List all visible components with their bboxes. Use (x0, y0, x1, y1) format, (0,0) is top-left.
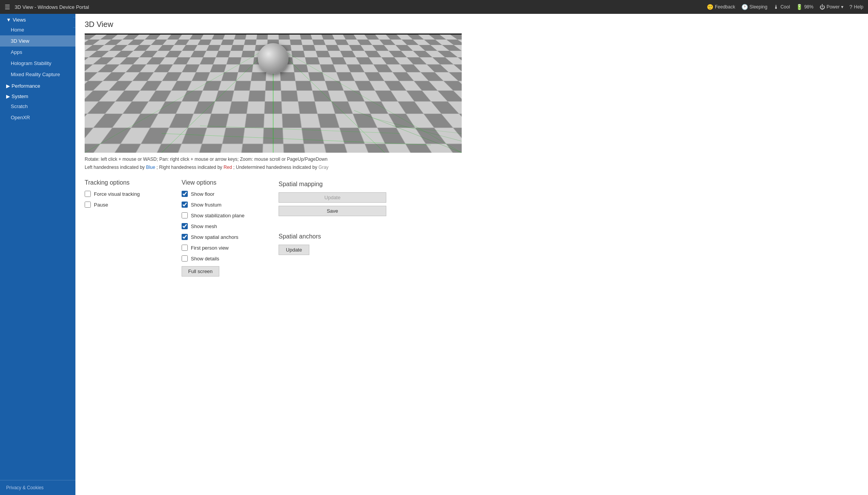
show-mesh-checkbox[interactable] (182, 223, 188, 229)
handedness-mid2: ; Undetermined handedness indicated by (233, 165, 318, 170)
blue-handedness: Blue (146, 165, 155, 170)
tracking-options-heading: Tracking options (85, 179, 169, 186)
show-details-checkbox[interactable] (182, 255, 188, 262)
fullscreen-button[interactable]: Full screen (182, 266, 219, 277)
main-content: 3D View Rotate: le (75, 14, 868, 495)
help-label[interactable]: Help (854, 4, 863, 10)
show-details-label: Show details (191, 256, 219, 262)
tracking-options-section: Tracking options Force visual tracking P… (85, 179, 169, 280)
show-floor-checkbox[interactable] (182, 191, 188, 197)
performance-arrow-icon: ▶ (6, 83, 10, 89)
force-visual-tracking-checkbox[interactable] (85, 191, 91, 197)
red-handedness: Red (224, 165, 232, 170)
page-title: 3D View (85, 20, 859, 29)
svg-line-5 (162, 133, 431, 145)
temp-status: 🌡 Cool (773, 4, 790, 10)
svg-line-4 (273, 45, 462, 153)
options-grid: Tracking options Force visual tracking P… (85, 179, 859, 280)
sidebar-item-apps[interactable]: Apps (0, 47, 75, 58)
first-person-view-checkbox[interactable] (182, 245, 188, 251)
svg-line-1 (162, 45, 273, 153)
show-spatial-anchors-row: Show spatial anchors (182, 234, 266, 240)
force-visual-tracking-label: Force visual tracking (94, 191, 140, 197)
spatial-anchors-heading: Spatial anchors (279, 233, 386, 240)
sidebar-section-performance[interactable]: ▶ Performance (0, 80, 75, 90)
svg-line-8 (373, 118, 462, 141)
show-mesh-row: Show mesh (182, 223, 266, 229)
views-arrow-icon: ▼ (6, 17, 11, 23)
performance-section-label: Performance (12, 83, 40, 89)
rotate-instructions: Rotate: left click + mouse or WASD; Pan:… (85, 156, 859, 163)
sleeping-label: Sleeping (749, 4, 768, 10)
first-person-view-row: First person view (182, 245, 266, 251)
system-arrow-icon: ▶ (6, 93, 10, 99)
spatial-sections-column: Spatial mapping Update Save Spatial anch… (279, 179, 386, 280)
sidebar-section-views[interactable]: ▼ Views (0, 14, 75, 24)
show-spatial-anchors-label: Show spatial anchors (191, 234, 239, 240)
battery-label: 98% (804, 4, 813, 10)
power-label[interactable]: Power ▾ (826, 4, 843, 10)
power-button[interactable]: ⏻ Power ▾ (820, 4, 843, 10)
pause-checkbox[interactable] (85, 202, 91, 208)
views-section-label: Views (13, 17, 26, 23)
battery-status: 🔋 98% (796, 4, 813, 10)
sidebar-item-openxr[interactable]: OpenXR (0, 112, 75, 123)
spatial-anchors-update-button[interactable]: Update (279, 245, 309, 255)
show-mesh-label: Show mesh (191, 223, 217, 229)
sleeping-icon: 🕐 (741, 4, 748, 10)
gray-handedness: Gray (319, 165, 329, 170)
sidebar-section-system[interactable]: ▶ System (0, 90, 75, 101)
sidebar-item-mixed-reality-capture[interactable]: Mixed Reality Capture (0, 69, 75, 80)
sidebar-item-3dview[interactable]: 3D View (0, 35, 75, 47)
feedback-label[interactable]: Feedback (715, 4, 735, 10)
3d-viewport[interactable] (85, 33, 462, 153)
feedback-status[interactable]: 🙂 Feedback (707, 4, 735, 10)
show-stabilization-checkbox[interactable] (182, 212, 188, 218)
show-floor-label: Show floor (191, 191, 214, 197)
hologram-sphere (258, 43, 289, 74)
window-title: 3D View - Windows Device Portal (15, 4, 707, 10)
main-layout: ◀ ▼ Views Home 3D View Apps Hologram Sta… (0, 14, 868, 495)
titlebar: ☰ 3D View - Windows Device Portal 🙂 Feed… (0, 0, 868, 14)
show-spatial-anchors-checkbox[interactable] (182, 234, 188, 240)
show-frustum-row: Show frustum (182, 202, 266, 208)
help-button[interactable]: ? Help (850, 4, 863, 10)
hamburger-menu[interactable]: ☰ (5, 3, 10, 11)
handedness-mid1: ; Right handedness indicated by (157, 165, 224, 170)
view-options-heading: View options (182, 179, 266, 186)
force-visual-tracking-row: Force visual tracking (85, 191, 169, 197)
sidebar-collapse-button[interactable]: ◀ (73, 17, 75, 28)
handedness-note: Left handedness indicated by Blue ; Righ… (85, 165, 859, 170)
show-frustum-checkbox[interactable] (182, 202, 188, 208)
show-stabilization-label: Show stabilization plane (191, 213, 244, 218)
feedback-icon: 🙂 (707, 4, 713, 10)
sidebar-item-hologram-stability[interactable]: Hologram Stability (0, 58, 75, 69)
spatial-mapping-save-button[interactable]: Save (279, 206, 386, 216)
system-section-label: System (12, 93, 28, 99)
spatial-mapping-buttons: Update Save (279, 192, 386, 219)
thermometer-icon: 🌡 (773, 4, 779, 10)
spatial-mapping-update-button[interactable]: Update (279, 192, 386, 203)
svg-line-3 (85, 45, 273, 153)
sidebar-item-scratch[interactable]: Scratch (0, 101, 75, 112)
show-details-row: Show details (182, 255, 266, 262)
pause-row: Pause (85, 202, 169, 208)
pause-label: Pause (94, 202, 108, 208)
temp-label: Cool (780, 4, 790, 10)
svg-line-6 (200, 126, 400, 133)
handedness-prefix: Left handedness indicated by (85, 165, 146, 170)
privacy-cookies-link[interactable]: Privacy & Cookies (0, 480, 75, 495)
help-icon: ? (850, 4, 853, 10)
first-person-view-label: First person view (191, 245, 229, 251)
svg-line-2 (273, 45, 385, 153)
battery-icon: 🔋 (796, 4, 803, 10)
spatial-anchors-section: Spatial anchors Update (279, 232, 386, 258)
spatial-mapping-heading: Spatial mapping (279, 181, 386, 188)
sleeping-status: 🕐 Sleeping (741, 4, 768, 10)
sidebar: ◀ ▼ Views Home 3D View Apps Hologram Sta… (0, 14, 75, 495)
power-icon: ⏻ (820, 4, 825, 10)
status-bar: 🙂 Feedback 🕐 Sleeping 🌡 Cool 🔋 98% ⏻ Pow… (707, 4, 863, 10)
show-floor-row: Show floor (182, 191, 266, 197)
sidebar-item-home[interactable]: Home (0, 24, 75, 35)
show-stabilization-row: Show stabilization plane (182, 212, 266, 218)
